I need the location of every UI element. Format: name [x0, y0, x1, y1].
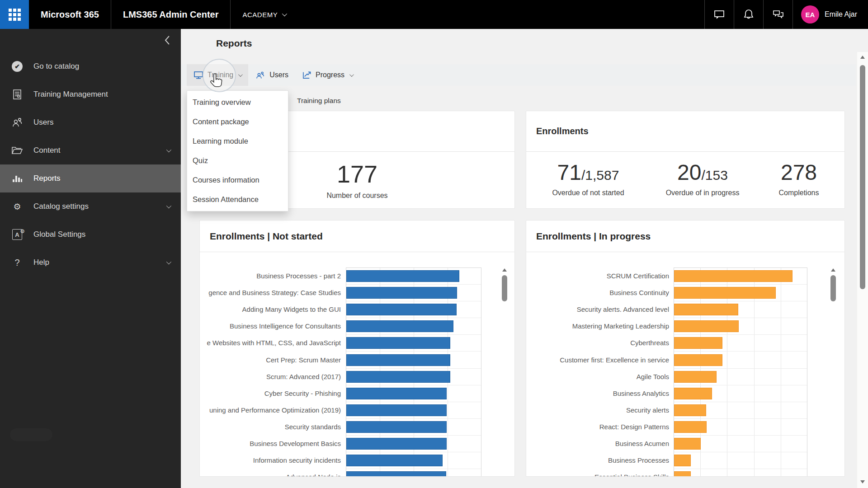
trend-icon [302, 70, 311, 80]
chart-bar-row [346, 301, 481, 318]
stat-label: Overdue of not started [552, 189, 624, 197]
chart-scrollbar[interactable] [830, 268, 836, 476]
chat-button[interactable] [705, 0, 734, 29]
avatar[interactable]: EA [801, 5, 819, 23]
bar-category-label: React: Design Patterns [526, 418, 669, 435]
scroll-up-icon[interactable] [860, 56, 865, 59]
stat-value: 20/153 [677, 162, 728, 183]
chart-bar-row [674, 268, 807, 285]
sidebar-item-content[interactable]: Content [0, 136, 181, 164]
progress-menu-button[interactable]: Progress [295, 64, 359, 86]
chart-bar[interactable] [674, 455, 691, 466]
sidebar-item-label: Users [33, 118, 53, 127]
feedback-button[interactable] [764, 0, 793, 29]
brand-lms365-admin-center[interactable]: LMS365 Admin Center [111, 0, 231, 29]
bar-category-label: Business Acumen [526, 435, 669, 452]
bar-category-label: Mastering Marketing Leadership [526, 318, 669, 334]
chart-bar[interactable] [346, 471, 446, 477]
catalog-check-icon: ✔ [11, 60, 24, 73]
sidebar-item-label: Go to catalog [33, 62, 79, 71]
sidebar-item-label: Content [33, 146, 61, 155]
scroll-thumb[interactable] [502, 275, 507, 301]
chart-bar[interactable] [346, 270, 459, 282]
chart-bar[interactable] [674, 371, 717, 383]
chart-bar-row [346, 318, 481, 335]
menu-item-courses-information[interactable]: Courses information [187, 170, 288, 190]
chart-bar-row [674, 369, 807, 385]
page-scrollbar[interactable] [857, 52, 868, 488]
chart-bar[interactable] [674, 471, 691, 477]
tenant-selector[interactable]: ACADEMY [231, 0, 297, 29]
stat-label: Number of courses [326, 192, 387, 200]
chart-bar[interactable] [674, 270, 793, 282]
chart-bar[interactable] [674, 287, 776, 299]
stat-value: 177 [337, 162, 377, 186]
scroll-thumb[interactable] [830, 275, 836, 301]
chart-bar-row [674, 385, 807, 402]
chart-bar[interactable] [674, 337, 722, 349]
chart-area: SCRUM CertificationBusiness ContinuitySe… [526, 267, 844, 476]
sidebar-item-go-to-catalog[interactable]: ✔ Go to catalog [0, 52, 181, 80]
chart-bar[interactable] [674, 304, 738, 315]
menu-item-training-overview[interactable]: Training overview [187, 93, 288, 112]
chart-scrollbar[interactable] [501, 268, 508, 476]
chart-bar[interactable] [674, 421, 707, 433]
chart-bar[interactable] [674, 438, 701, 450]
bar-category-label: Security alerts [526, 402, 669, 418]
bar-category-label: Business Processes - part 2 [200, 267, 341, 284]
scroll-down-icon[interactable] [860, 480, 865, 483]
chart-bar[interactable] [346, 320, 453, 332]
sidebar-item-training-management[interactable]: Training Management [0, 80, 181, 108]
chart-bar[interactable] [346, 337, 450, 349]
scroll-up-icon[interactable] [831, 268, 835, 272]
sidebar-item-catalog-settings[interactable]: ⚙ Catalog settings [0, 192, 181, 221]
bar-category-label: Advanced Node.js [200, 469, 341, 477]
collapse-sidebar-button[interactable] [164, 34, 171, 46]
chart-bar-row [346, 285, 481, 301]
chart-bar[interactable] [346, 304, 457, 315]
tab-training-plans[interactable]: Training plans [297, 97, 341, 105]
menu-item-quiz[interactable]: Quiz [187, 151, 288, 170]
chart-bar[interactable] [346, 388, 447, 399]
chart-bar[interactable] [346, 287, 457, 299]
chart-bar[interactable] [674, 354, 722, 366]
brand-microsoft-365[interactable]: Microsoft 365 [29, 0, 111, 29]
chart-bar-row [346, 436, 481, 452]
chart-bar[interactable] [674, 320, 739, 332]
chart-bar[interactable] [346, 354, 450, 366]
notifications-button[interactable] [734, 0, 763, 29]
chart-bar[interactable] [346, 371, 450, 383]
chart-bar[interactable] [674, 404, 706, 416]
bar-category-label: Agile Tools [526, 368, 669, 385]
users-report-button[interactable]: Users [248, 64, 295, 86]
chart-plot [346, 267, 481, 477]
sidebar-item-label: Help [33, 258, 49, 267]
chart-bar-row [346, 369, 481, 385]
chart-bar[interactable] [346, 404, 447, 416]
scroll-up-icon[interactable] [502, 268, 507, 272]
document-icon [11, 88, 24, 101]
menu-item-content-package[interactable]: Content package [187, 112, 288, 131]
account-menu[interactable]: EA Emile Ajar [793, 0, 868, 29]
bar-category-label: Cert Prep: Scrum Master [200, 351, 341, 368]
menu-item-learning-module[interactable]: Learning module [187, 131, 288, 151]
sidebar-item-users[interactable]: Users [0, 108, 181, 136]
chart-bar[interactable] [346, 455, 443, 466]
chart-bar[interactable] [674, 388, 712, 399]
chart-bar[interactable] [346, 421, 447, 433]
sidebar-item-help[interactable]: ? Help [0, 249, 181, 277]
chart-bar[interactable] [346, 438, 447, 450]
waffle-icon [9, 9, 21, 21]
sidebar-item-reports[interactable]: Reports [0, 164, 181, 192]
sidebar-item-global-settings[interactable]: A Global Settings [0, 221, 181, 249]
scroll-thumb[interactable] [860, 65, 865, 289]
bar-category-label: Cyber Security - Phishing [200, 385, 341, 402]
bar-category-label: Business Analytics [526, 385, 669, 402]
app-launcher-button[interactable] [0, 0, 29, 29]
chevron-down-icon [238, 72, 243, 77]
topbar-actions: EA Emile Ajar [704, 0, 868, 29]
feedback-icon [772, 9, 784, 20]
card-title: Enrollments [526, 111, 844, 152]
tenant-name: ACADEMY [242, 11, 278, 19]
menu-item-session-attendance[interactable]: Session Attendance [187, 190, 288, 209]
